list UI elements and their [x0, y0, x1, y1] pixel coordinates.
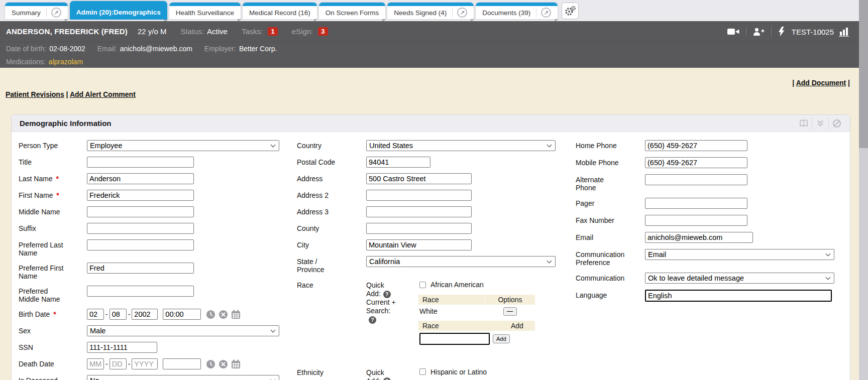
death-date-time-input[interactable]: [163, 358, 201, 369]
help-icon[interactable]: ?: [369, 316, 376, 324]
african-american-checkbox[interactable]: [419, 282, 426, 288]
tab-health-surveillance[interactable]: Health Surveillance: [169, 3, 241, 19]
home-phone-input[interactable]: [645, 140, 747, 151]
preferred-last-name-input[interactable]: [87, 239, 194, 250]
patient-revisions-link[interactable]: Patient Revisions: [6, 90, 64, 98]
communication-preference-select[interactable]: Email: [645, 249, 834, 260]
country-select[interactable]: United States: [366, 140, 556, 151]
lightning-icon[interactable]: [778, 27, 785, 37]
suffix-input[interactable]: [87, 223, 194, 234]
race-add-input[interactable]: [419, 333, 490, 345]
birth-date-day-input[interactable]: [110, 309, 127, 320]
add-person-icon[interactable]: [752, 27, 765, 37]
tab-documents-39[interactable]: Documents (39)↗: [476, 3, 558, 19]
clock-icon[interactable]: [206, 310, 215, 319]
open-external-icon[interactable]: ↗: [457, 8, 467, 18]
field-row-address-2: Address 2: [297, 190, 573, 201]
collapse-double-chevron-icon[interactable]: [812, 120, 828, 127]
is-deceased-select[interactable]: No: [87, 375, 279, 380]
race-add-button[interactable]: Add: [493, 334, 510, 343]
esign-badge[interactable]: 3: [318, 27, 328, 36]
death-date-day-input[interactable]: [110, 358, 127, 369]
disable-slash-circle-icon[interactable]: [829, 119, 845, 128]
date-separator: -: [128, 360, 131, 368]
options-column-header: Options: [485, 296, 535, 304]
birth-date-time-input[interactable]: [163, 309, 201, 320]
add-alert-comment-link[interactable]: Add Alert Comment: [70, 90, 136, 98]
fax-number-input[interactable]: [645, 215, 747, 226]
help-icon[interactable]: ?: [383, 291, 391, 298]
tab-on-screen-forms[interactable]: On Screen Forms: [319, 3, 386, 19]
postal-code-input[interactable]: [366, 157, 430, 168]
help-icon[interactable]: ?: [383, 377, 391, 380]
field-row-pager: Pager: [576, 198, 850, 209]
state-province-select[interactable]: California: [366, 256, 556, 267]
death-date-field: --: [87, 358, 241, 369]
medication-link[interactable]: alprazolam: [49, 58, 83, 66]
field-row-county: County: [297, 223, 573, 234]
add-document-link[interactable]: Add Document: [796, 79, 846, 87]
clear-icon[interactable]: [219, 310, 228, 319]
preferred-middle-name-field: [87, 286, 194, 297]
preferred-middle-name-input[interactable]: [87, 286, 194, 297]
communication-label: Communication: [576, 273, 645, 282]
tab-label: Summary: [12, 9, 41, 17]
tab-admin-20-demographics[interactable]: Admin (20):Demographics: [70, 1, 167, 20]
title-input[interactable]: [87, 157, 194, 168]
vertical-scrollbar-track[interactable]: [859, 0, 868, 380]
video-camera-icon[interactable]: [727, 27, 740, 36]
middle-name-input[interactable]: [87, 206, 194, 217]
tab-medical-record-16[interactable]: Medical Record (16): [243, 3, 317, 19]
alternate-phone-input[interactable]: [645, 174, 747, 185]
tasks-badge[interactable]: 1: [268, 27, 277, 36]
patient-header-row-1: ANDERSON, FREDERICK (FRED) 22 y/o M Stat…: [0, 21, 859, 42]
birth-date-year-input[interactable]: [132, 309, 158, 320]
column-contact: Home PhoneMobile PhoneAlternatePhonePage…: [576, 140, 850, 308]
last-name-input[interactable]: [87, 173, 194, 184]
address-3-input[interactable]: [366, 206, 472, 217]
email-input[interactable]: [645, 232, 753, 243]
person-type-select[interactable]: Employee: [87, 140, 279, 151]
city-input[interactable]: [366, 239, 472, 250]
county-input[interactable]: [366, 223, 472, 234]
status-label: Status:: [180, 27, 204, 36]
death-date-month-input[interactable]: [87, 358, 104, 369]
clear-icon[interactable]: [219, 359, 228, 369]
city-label: City: [297, 239, 366, 249]
preferred-first-name-input[interactable]: [87, 263, 194, 274]
mobile-phone-input[interactable]: [645, 157, 747, 168]
content-area: | Add Document | Patient Revisions | Add…: [0, 68, 859, 380]
tab-summary[interactable]: Summary↗: [5, 3, 68, 19]
ssn-input[interactable]: [87, 342, 157, 353]
tab-needs-signed-4[interactable]: Needs Signed (4)↗: [387, 3, 474, 19]
field-row-mobile-phone: Mobile Phone: [576, 157, 850, 168]
city-field: [366, 239, 472, 250]
fax-number-field: [645, 215, 747, 226]
address-input[interactable]: [366, 173, 472, 184]
communication-select[interactable]: Ok to leave detailed message: [645, 273, 834, 284]
clock-icon[interactable]: [206, 359, 215, 369]
vertical-scrollbar-thumb[interactable]: [859, 0, 868, 148]
field-row-person-type: Person TypeEmployee: [19, 140, 294, 151]
pager-input[interactable]: [645, 198, 747, 209]
calendar-icon[interactable]: [231, 359, 241, 369]
address-2-input[interactable]: [366, 190, 472, 201]
settings-gear-button[interactable]: [562, 3, 579, 19]
book-icon[interactable]: [796, 119, 812, 128]
column-identity: Person TypeEmployeeTitleLast Name *First…: [19, 140, 294, 380]
race-quick-add-label: Quick Add:? Current + Search: ?: [366, 280, 418, 324]
language-input[interactable]: [645, 290, 832, 302]
address-field: [366, 173, 472, 184]
birth-date-month-input[interactable]: [87, 309, 104, 320]
sex-select[interactable]: Male: [87, 325, 279, 336]
death-date-year-input[interactable]: [132, 358, 158, 369]
hispanic-or-latino-checkbox[interactable]: [419, 368, 426, 375]
calendar-icon[interactable]: [231, 310, 241, 319]
bar-chart-icon[interactable]: [839, 27, 851, 37]
first-name-input[interactable]: [87, 190, 194, 201]
chart-id: TEST-10025: [792, 28, 834, 36]
open-external-icon[interactable]: ↗: [51, 8, 61, 18]
open-external-icon[interactable]: ↗: [541, 8, 551, 18]
last-name-field: [87, 173, 194, 184]
remove-race-button[interactable]: —: [503, 307, 517, 316]
